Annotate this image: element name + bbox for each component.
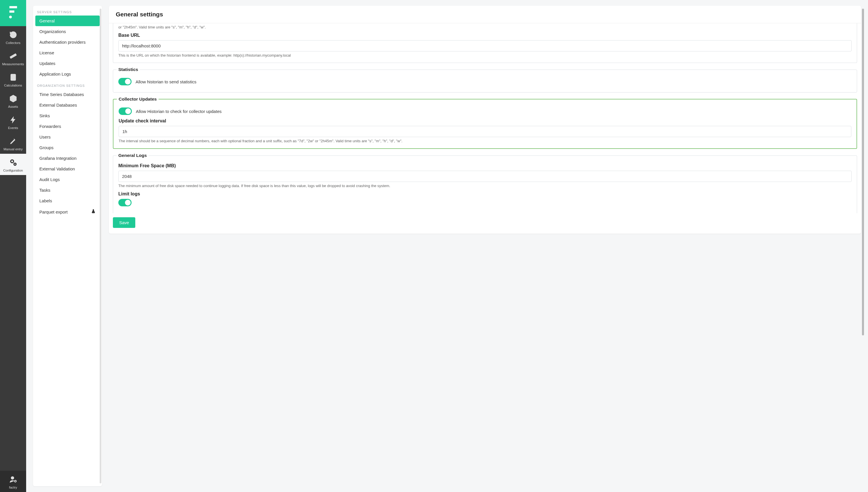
sidebar-item-organizations[interactable]: Organizations (35, 26, 100, 37)
sidebar-group-server-title: SERVER SETTINGS (33, 6, 102, 16)
nav-events[interactable]: Events (0, 111, 26, 132)
nav-label: Measurements (2, 63, 24, 66)
collector-updates-toggle-label: Allow Historian to check for collector u… (136, 109, 222, 114)
collector-updates-toggle[interactable] (119, 107, 132, 115)
sidebar-item-label: Audit Logs (40, 177, 60, 182)
section-statistics: Statistics Allow historian to send stati… (113, 67, 857, 93)
svg-rect-3 (10, 53, 17, 58)
general-logs-legend: General Logs (117, 153, 149, 158)
section-top-partial: or "2h45m". Valid time units are "s", "m… (113, 23, 857, 63)
sidebar-item-parquet[interactable]: Parquet export (35, 206, 100, 218)
sidebar-item-label: External Databases (40, 103, 77, 107)
sidebar-item-users[interactable]: Users (35, 132, 100, 142)
sidebar-item-label: Tasks (40, 188, 50, 193)
sidebar-item-tasks[interactable]: Tasks (35, 185, 100, 195)
svg-point-9 (10, 160, 14, 163)
sidebar-item-label: Grafana Integration (40, 156, 76, 161)
sidebar-group-org-title: ORGANIZATION SETTINGS (33, 79, 102, 89)
base-url-help: This is the URL on which the historian f… (118, 53, 852, 57)
statistics-legend: Statistics (117, 67, 140, 72)
update-interval-input[interactable] (119, 126, 851, 137)
sidebar-item-forwarders[interactable]: Forwarders (35, 121, 100, 132)
user-gear-icon (9, 475, 18, 484)
svg-point-12 (15, 480, 16, 482)
nav-label: factry (9, 486, 17, 489)
main-content: General settings or "2h45m". Valid time … (109, 6, 861, 486)
min-free-input[interactable] (118, 171, 852, 182)
svg-rect-1 (9, 10, 14, 13)
nav-label: Manual entry (3, 147, 22, 151)
collector-updates-legend: Collector Updates (117, 97, 158, 102)
sidebar-item-updates[interactable]: Updates (35, 58, 100, 69)
svg-point-11 (11, 476, 14, 479)
sidebar-item-external-db[interactable]: External Databases (35, 100, 100, 110)
statistics-toggle[interactable] (118, 78, 131, 85)
sidebar-item-ext-validation[interactable]: External Validation (35, 164, 100, 174)
nav-label: Collectors (6, 41, 20, 45)
history-icon (9, 30, 18, 40)
logo-icon (8, 5, 19, 21)
sidebar-item-grafana[interactable]: Grafana Integration (35, 153, 100, 164)
sidebar-item-label: General (40, 18, 55, 23)
nav-label: Events (8, 126, 18, 130)
calculator-icon (9, 73, 18, 82)
nav-user[interactable]: factry (0, 471, 26, 492)
flask-icon (91, 209, 96, 215)
nav-collectors[interactable]: Collectors (0, 26, 26, 47)
cube-icon (9, 94, 18, 103)
sidebar-item-license[interactable]: License (35, 47, 100, 58)
base-url-label: Base URL (118, 33, 852, 38)
update-interval-label: Update check interval (119, 118, 851, 124)
nav-label: Calculations (4, 83, 22, 87)
nav-assets[interactable]: Assets (0, 90, 26, 111)
update-interval-help: The interval should be a sequence of dec… (119, 139, 851, 143)
sidebar-item-label: Groups (40, 145, 53, 150)
sidebar-item-label: Labels (40, 198, 52, 203)
section-collector-updates: Collector Updates Allow Historian to che… (113, 97, 857, 149)
ruler-icon (9, 51, 18, 60)
sidebar-item-auth-providers[interactable]: Authentication providers (35, 37, 100, 47)
svg-rect-0 (9, 6, 17, 8)
save-button[interactable]: Save (113, 217, 135, 228)
statistics-toggle-label: Allow historian to send statistics (135, 79, 197, 84)
min-free-help: The minimum amount of free disk space ne… (118, 183, 852, 188)
sidebar-item-label: Updates (40, 61, 55, 66)
sidebar-item-groups[interactable]: Groups (35, 142, 100, 153)
sidebar-item-label: License (40, 50, 54, 55)
sidebar-item-label: Parquet export (40, 210, 68, 214)
settings-sidebar: SERVER SETTINGS General Organizations Au… (33, 6, 102, 486)
nav-measurements[interactable]: Measurements (0, 47, 26, 69)
sidebar-item-label: Time Series Databases (40, 92, 84, 97)
bolt-icon (9, 115, 18, 124)
nav-label: Assets (8, 105, 18, 108)
limit-logs-toggle[interactable] (118, 199, 131, 206)
primary-nav: Collectors Measurements Calculations (0, 0, 26, 492)
svg-point-10 (14, 163, 16, 166)
sidebar-item-label: Sinks (40, 113, 50, 118)
sidebar-item-label: External Validation (40, 166, 75, 171)
sidebar-item-label: Application Logs (40, 72, 71, 76)
sidebar-item-app-logs[interactable]: Application Logs (35, 69, 100, 79)
sidebar-item-label: Forwarders (40, 124, 61, 129)
sidebar-item-audit-logs[interactable]: Audit Logs (35, 174, 100, 185)
min-free-label: Minimum Free Space (MB) (118, 163, 852, 168)
nav-calculations[interactable]: Calculations (0, 69, 26, 90)
base-url-input[interactable] (118, 40, 852, 51)
app-logo[interactable] (0, 0, 26, 26)
pencil-icon (9, 137, 18, 146)
sidebar-item-labels[interactable]: Labels (35, 195, 100, 206)
sidebar-item-sinks[interactable]: Sinks (35, 110, 100, 121)
sidebar-item-label: Authentication providers (40, 40, 85, 45)
sidebar-item-label: Users (40, 134, 51, 139)
help-text: or "2h45m". Valid time units are "s", "m… (118, 25, 852, 29)
gears-icon (9, 158, 18, 167)
sidebar-item-tsdb[interactable]: Time Series Databases (35, 89, 100, 100)
sidebar-item-general[interactable]: General (35, 16, 100, 26)
section-general-logs: General Logs Minimum Free Space (MB) The… (113, 153, 857, 213)
page-header: General settings (109, 6, 861, 23)
sidebar-item-label: Organizations (40, 29, 66, 34)
limit-logs-label: Limit logs (118, 191, 852, 197)
nav-manual-entry[interactable]: Manual entry (0, 132, 26, 154)
nav-configuration[interactable]: Configuration (0, 154, 26, 175)
svg-point-2 (9, 16, 12, 18)
